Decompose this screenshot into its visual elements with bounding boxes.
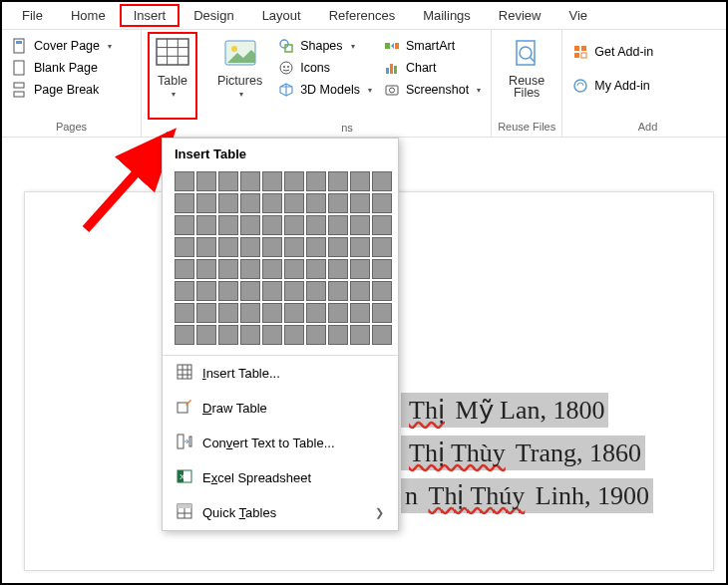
- convert-text-item[interactable]: Convert Text to Table...: [163, 426, 398, 460]
- grid-cell[interactable]: [372, 303, 392, 323]
- page-break-button[interactable]: Page Break: [8, 80, 135, 100]
- smartart-button[interactable]: SmartArt: [380, 36, 485, 56]
- grid-cell[interactable]: [175, 259, 194, 279]
- grid-cell[interactable]: [262, 281, 282, 301]
- grid-cell[interactable]: [350, 171, 370, 191]
- chart-button[interactable]: Chart: [380, 58, 485, 78]
- doc-line-1[interactable]: Thị Mỹ Lan, 1800: [401, 393, 608, 428]
- grid-cell[interactable]: [306, 215, 326, 235]
- grid-cell[interactable]: [284, 171, 304, 191]
- grid-cell[interactable]: [240, 193, 260, 213]
- grid-cell[interactable]: [262, 259, 282, 279]
- grid-cell[interactable]: [240, 237, 260, 257]
- grid-cell[interactable]: [372, 325, 392, 345]
- grid-cell[interactable]: [306, 281, 326, 301]
- grid-cell[interactable]: [262, 215, 282, 235]
- pictures-button[interactable]: Pictures ▾: [209, 32, 270, 120]
- grid-cell[interactable]: [350, 325, 370, 345]
- grid-cell[interactable]: [175, 171, 194, 191]
- grid-cell[interactable]: [284, 215, 304, 235]
- table-size-grid[interactable]: [163, 169, 398, 355]
- grid-cell[interactable]: [328, 259, 348, 279]
- grid-cell[interactable]: [284, 281, 304, 301]
- grid-cell[interactable]: [175, 303, 194, 323]
- doc-line-3[interactable]: n Thị Thúy Linh, 1900: [401, 478, 653, 513]
- grid-cell[interactable]: [328, 325, 348, 345]
- grid-cell[interactable]: [284, 303, 304, 323]
- grid-cell[interactable]: [284, 237, 304, 257]
- grid-cell[interactable]: [284, 193, 304, 213]
- grid-cell[interactable]: [175, 215, 194, 235]
- draw-table-item[interactable]: Draw Table: [163, 391, 398, 426]
- grid-cell[interactable]: [306, 325, 326, 345]
- grid-cell[interactable]: [328, 303, 348, 323]
- grid-cell[interactable]: [372, 259, 392, 279]
- tab-insert[interactable]: Insert: [120, 4, 181, 27]
- grid-cell[interactable]: [350, 215, 370, 235]
- grid-cell[interactable]: [284, 259, 304, 279]
- tab-file[interactable]: File: [8, 4, 57, 27]
- grid-cell[interactable]: [196, 193, 216, 213]
- grid-cell[interactable]: [218, 303, 238, 323]
- grid-cell[interactable]: [372, 215, 392, 235]
- grid-cell[interactable]: [306, 237, 326, 257]
- screenshot-button[interactable]: Screenshot▾: [380, 80, 485, 100]
- tab-review[interactable]: Review: [485, 4, 555, 27]
- doc-line-2[interactable]: Thị Thùy Trang, 1860: [401, 436, 645, 470]
- grid-cell[interactable]: [240, 281, 260, 301]
- grid-cell[interactable]: [240, 171, 260, 191]
- tab-view[interactable]: Vie: [554, 4, 601, 27]
- grid-cell[interactable]: [350, 237, 370, 257]
- quick-tables-item[interactable]: Quick Tables ❯: [163, 495, 398, 530]
- grid-cell[interactable]: [196, 325, 216, 345]
- tab-references[interactable]: References: [315, 4, 409, 27]
- grid-cell[interactable]: [175, 237, 194, 257]
- my-addins-button[interactable]: My Add-in: [568, 76, 657, 96]
- grid-cell[interactable]: [350, 281, 370, 301]
- tab-layout[interactable]: Layout: [248, 4, 315, 27]
- grid-cell[interactable]: [240, 303, 260, 323]
- grid-cell[interactable]: [218, 281, 238, 301]
- grid-cell[interactable]: [328, 193, 348, 213]
- get-addins-button[interactable]: Get Add-in: [568, 42, 657, 62]
- grid-cell[interactable]: [328, 281, 348, 301]
- insert-table-item[interactable]: Insert Table...: [163, 356, 398, 391]
- grid-cell[interactable]: [350, 193, 370, 213]
- grid-cell[interactable]: [175, 193, 194, 213]
- cover-page-button[interactable]: Cover Page▾: [8, 36, 135, 56]
- grid-cell[interactable]: [306, 193, 326, 213]
- grid-cell[interactable]: [328, 215, 348, 235]
- grid-cell[interactable]: [306, 303, 326, 323]
- grid-cell[interactable]: [175, 325, 194, 345]
- grid-cell[interactable]: [175, 281, 194, 301]
- grid-cell[interactable]: [196, 281, 216, 301]
- grid-cell[interactable]: [240, 325, 260, 345]
- grid-cell[interactable]: [218, 193, 238, 213]
- grid-cell[interactable]: [196, 303, 216, 323]
- 3d-models-button[interactable]: 3D Models▾: [274, 80, 376, 100]
- grid-cell[interactable]: [306, 171, 326, 191]
- grid-cell[interactable]: [196, 215, 216, 235]
- grid-cell[interactable]: [262, 325, 282, 345]
- shapes-button[interactable]: Shapes▾: [274, 36, 376, 56]
- grid-cell[interactable]: [350, 303, 370, 323]
- icons-button[interactable]: Icons: [274, 58, 376, 78]
- grid-cell[interactable]: [262, 171, 282, 191]
- grid-cell[interactable]: [328, 237, 348, 257]
- grid-cell[interactable]: [240, 215, 260, 235]
- grid-cell[interactable]: [372, 281, 392, 301]
- grid-cell[interactable]: [240, 259, 260, 279]
- tab-mailings[interactable]: Mailings: [409, 4, 485, 27]
- grid-cell[interactable]: [372, 193, 392, 213]
- grid-cell[interactable]: [218, 325, 238, 345]
- excel-spreadsheet-item[interactable]: X Excel Spreadsheet: [163, 460, 398, 495]
- grid-cell[interactable]: [306, 259, 326, 279]
- tab-design[interactable]: Design: [180, 4, 247, 27]
- grid-cell[interactable]: [328, 171, 348, 191]
- grid-cell[interactable]: [196, 259, 216, 279]
- grid-cell[interactable]: [262, 237, 282, 257]
- grid-cell[interactable]: [218, 259, 238, 279]
- grid-cell[interactable]: [262, 303, 282, 323]
- grid-cell[interactable]: [372, 171, 392, 191]
- grid-cell[interactable]: [218, 171, 238, 191]
